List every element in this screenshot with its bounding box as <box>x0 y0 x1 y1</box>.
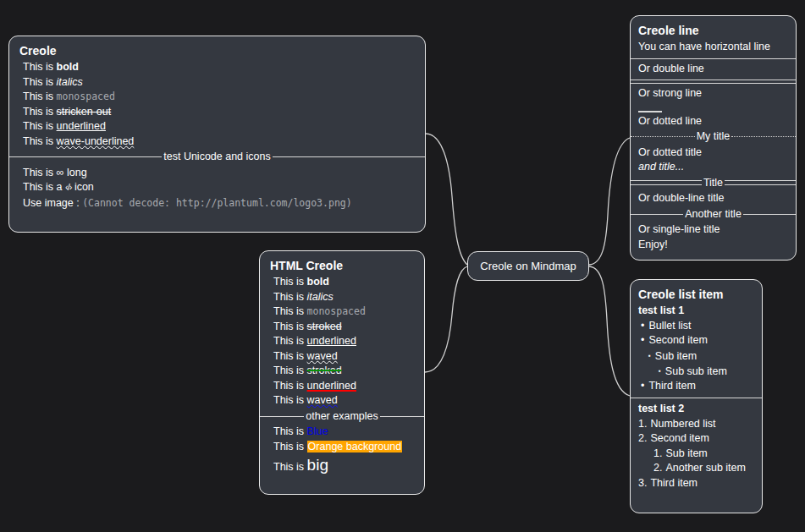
list-item: 2.Another sub item <box>631 461 762 476</box>
html-creole-box-title: HTML Creole <box>260 257 424 275</box>
separator-label: My title <box>695 129 732 145</box>
text-line: Or double line <box>631 62 796 77</box>
text-line: This is underlined <box>9 119 425 134</box>
text-line: Or dotted line <box>631 114 796 129</box>
text-line: This is wave-underlined <box>9 134 425 150</box>
text-line: This is bold <box>260 275 424 290</box>
separator-label: test Unicode and icons <box>162 150 272 165</box>
text-line: and title... <box>631 160 796 175</box>
creole-line-box-title: Creole line <box>631 22 796 40</box>
square-bullet-icon: ▪ <box>659 367 661 375</box>
strong-line <box>638 111 662 112</box>
dotted-title-separator: My title <box>631 129 796 145</box>
square-bullet-icon: ▪ <box>648 352 651 359</box>
text-line: Or dotted title <box>631 145 796 161</box>
creole-line-box: Creole line You can have horizontal line… <box>630 15 797 261</box>
orange-background-line: This is Orange background <box>260 440 424 455</box>
big-text-line: This is big <box>260 454 424 478</box>
text-line: This is bold <box>9 60 425 75</box>
text-line: Or strong line <box>631 86 796 101</box>
list-item: •Bullet list <box>631 319 762 334</box>
edge-root-to-creolelist <box>589 266 630 396</box>
text-line: Enjoy! <box>631 238 796 253</box>
list-item: •Second item <box>631 333 762 348</box>
unicode-line: This is ∞ long <box>9 166 425 181</box>
list-item: 2.Second item <box>631 431 762 447</box>
bullet-icon: • <box>641 379 644 394</box>
text-line: This is waved <box>260 393 424 409</box>
double-line <box>631 80 796 84</box>
list-item: ▪Sub sub item <box>631 364 762 379</box>
text-line: This is stroked <box>260 364 424 379</box>
text-line: This is italics <box>9 75 425 90</box>
root-node-label: Creole on Mindmap <box>480 260 576 272</box>
separator-label: other examples <box>304 409 379 425</box>
horizontal-line <box>631 58 796 59</box>
text-line: This is stroked <box>260 320 424 335</box>
creole-list-box-title: Creole list item <box>631 286 762 304</box>
labeled-separator: test Unicode and icons <box>9 150 425 165</box>
separator-label: Title <box>702 176 725 191</box>
bullet-icon: • <box>641 333 644 348</box>
creole-box-title: Creole <box>9 42 425 60</box>
text-line: You can have horizontal line <box>631 40 796 55</box>
list-item: 1.Sub item <box>631 447 762 462</box>
text-line: Or double-line title <box>631 191 796 206</box>
mindmap-diagram: Creole This is bold This is italics This… <box>0 0 805 532</box>
text-line: This is waved <box>260 349 424 365</box>
icon-line: This is a ‹/› icon <box>9 180 425 195</box>
text-line: This is italics <box>260 290 424 305</box>
blue-text-line: This is Blue <box>260 425 424 440</box>
text-line: This is monospaced <box>260 304 424 320</box>
text-line: This is stricken-out <box>9 105 425 120</box>
edge-creole-to-root <box>426 134 467 265</box>
edge-root-to-creoleline <box>589 138 630 265</box>
separator-label: Another title <box>683 207 743 222</box>
list-item: •Third item <box>631 379 762 394</box>
bullet-icon: • <box>641 319 644 334</box>
creole-box: Creole This is bold This is italics This… <box>8 36 426 233</box>
text-line: Or single-line title <box>631 222 796 238</box>
single-title-separator: Another title <box>631 207 796 222</box>
horizontal-line <box>631 398 762 398</box>
list-title: test list 2 <box>631 402 762 417</box>
root-node: Creole on Mindmap <box>467 251 589 281</box>
labeled-separator: other examples <box>260 409 424 425</box>
text-line: This is underlined <box>260 334 424 349</box>
double-title-separator: Title <box>631 176 796 191</box>
edge-htmlcreole-to-root <box>425 266 467 372</box>
image-decode-error: (Cannot decode: http://plantuml.com/logo… <box>82 197 352 209</box>
list-item: 3.Third item <box>631 476 762 491</box>
text-line: This is underlined <box>260 379 424 394</box>
text-line: This is monospaced <box>9 90 425 105</box>
list-item: 1.Numbered list <box>631 417 762 432</box>
list-item: ▪Sub item <box>631 348 762 364</box>
list-title: test list 1 <box>631 304 762 319</box>
infinity-symbol: ∞ <box>57 167 64 178</box>
creole-list-box: Creole list item test list 1 •Bullet lis… <box>630 279 763 513</box>
html-creole-box: HTML Creole This is bold This is italics… <box>259 250 425 495</box>
image-error-line: Use image : (Cannot decode: http://plant… <box>9 195 425 211</box>
